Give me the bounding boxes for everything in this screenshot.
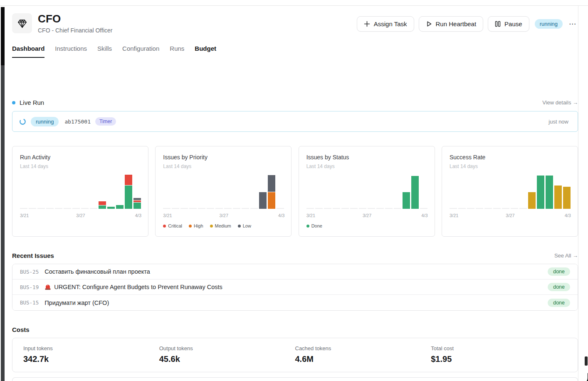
- empty-day-dash: [29, 208, 36, 209]
- issue-title-text: Придумати жарт (CFO): [44, 299, 109, 306]
- see-all-link[interactable]: See All →: [554, 252, 578, 259]
- tick-label: 4/3: [565, 213, 571, 218]
- empty-day-dash: [90, 208, 97, 209]
- chart-card-issues-by-status: Issues by StatusLast 14 days3/213/274/3D…: [299, 146, 435, 237]
- window-left-edge: [1, 7, 5, 381]
- chart-bar-day-9: [376, 208, 384, 209]
- live-run-card[interactable]: running ab175001 Timer just now: [12, 111, 578, 132]
- tab-configuration[interactable]: Configuration: [122, 45, 159, 58]
- live-run-heading: Live Run: [20, 99, 44, 106]
- tick-label: 4/3: [421, 213, 427, 218]
- empty-day-dash: [64, 208, 71, 209]
- tab-instructions[interactable]: Instructions: [55, 45, 87, 58]
- empty-day-dash: [20, 208, 27, 209]
- run-time: just now: [548, 119, 568, 125]
- plus-icon: [364, 21, 370, 27]
- chart-bar-day-11: [250, 208, 258, 209]
- chart-title: Run Activity: [20, 154, 141, 161]
- empty-day-dash: [224, 208, 232, 209]
- empty-day-dash: [359, 208, 366, 209]
- chart-bar-day-13: [125, 175, 132, 209]
- run-heartbeat-button[interactable]: Run Heartbeat: [419, 16, 484, 32]
- run-status-badge: running: [31, 117, 59, 126]
- chart-x-ticks: 3/213/274/3: [20, 213, 141, 218]
- chart-bar-day-4: [476, 208, 483, 209]
- tab-dashboard[interactable]: Dashboard: [12, 45, 44, 58]
- chart-bar-day-3: [467, 208, 474, 209]
- window-top-edge: [0, 3, 588, 6]
- chart-bar-day-3: [180, 208, 188, 209]
- bar-segment-yellow: [528, 192, 536, 209]
- cost-metric-cached-tokens: Cached tokens4.6M: [295, 345, 431, 364]
- empty-day-dash: [72, 208, 80, 209]
- issue-row-bus-25[interactable]: BUS-25Составить финансовый план проектаd…: [12, 264, 578, 280]
- chart-bar-day-9: [90, 208, 97, 209]
- pause-button[interactable]: Pause: [488, 16, 529, 32]
- more-menu-button[interactable]: ⋯: [567, 20, 578, 28]
- bar-segment-green: [546, 176, 553, 209]
- chart-bar-day-6: [350, 208, 358, 209]
- chart-bar-day-11: [537, 176, 544, 209]
- bar-segment-slate: [259, 192, 267, 209]
- bar-segment-slate: [268, 175, 275, 192]
- scrollbar-thumb[interactable]: [585, 356, 588, 366]
- chart-bar-day-9: [233, 208, 240, 209]
- tick-label: 3/27: [363, 213, 371, 218]
- tab-budget[interactable]: Budget: [195, 45, 216, 58]
- empty-day-dash: [368, 208, 375, 209]
- content-right-border: [578, 6, 578, 381]
- chart-bar-day-6: [207, 208, 214, 209]
- costs-section-head: Costs: [12, 326, 578, 333]
- empty-day-dash: [385, 208, 393, 209]
- pause-icon: [495, 21, 501, 27]
- page-subtitle: CFO - Chief Financial Officer: [38, 27, 112, 34]
- chart-bar-day-10: [385, 208, 393, 209]
- agent-status-badge: running: [535, 19, 563, 29]
- empty-day-dash: [450, 208, 457, 209]
- empty-day-dash: [233, 208, 240, 209]
- chart-bar-day-5: [341, 208, 349, 209]
- tab-skills[interactable]: Skills: [97, 45, 112, 58]
- chart-bar-day-2: [458, 208, 466, 209]
- chart-title: Issues by Priority: [163, 154, 284, 161]
- tick-label: 3/21: [163, 213, 172, 218]
- legend-medium: Medium: [210, 223, 231, 228]
- chart-bar-day-11: [394, 208, 401, 209]
- legend-label: Low: [243, 223, 251, 228]
- empty-day-dash: [458, 208, 466, 209]
- tick-label: 3/21: [450, 213, 458, 218]
- bar-segment-green: [125, 186, 132, 209]
- play-icon: [426, 21, 432, 27]
- chart-bar-day-13: [554, 186, 562, 209]
- issue-row-bus-15[interactable]: BUS-15Придумати жарт (CFO)done: [12, 295, 578, 310]
- tab-runs[interactable]: Runs: [170, 45, 184, 58]
- empty-day-dash: [277, 208, 284, 209]
- chart-bar-day-7: [72, 208, 80, 209]
- chart-legend: CriticalHighMediumLow: [163, 223, 284, 228]
- empty-day-dash: [189, 208, 197, 209]
- chart-bar-day-3: [324, 208, 331, 209]
- view-details-link[interactable]: View details →: [542, 99, 578, 106]
- chart-bar-day-7: [502, 208, 509, 209]
- chart-legend: Done: [306, 223, 428, 228]
- chart-bar-day-13: [268, 175, 275, 209]
- legend-label: Medium: [215, 223, 231, 228]
- empty-day-dash: [172, 208, 179, 209]
- chart-card-issues-by-priority: Issues by PriorityLast 14 days3/213/274/…: [155, 146, 292, 237]
- issue-title: Придумати жарт (CFO): [44, 299, 542, 306]
- bar-segment-orange: [268, 192, 275, 209]
- header-actions: Assign TaskRun HeartbeatPauserunning⋯: [357, 12, 578, 32]
- chart-bar-day-2: [29, 208, 36, 209]
- issue-title-text: Составить финансовый план проекта: [44, 268, 150, 275]
- tick-label: 3/27: [220, 213, 228, 218]
- issue-key: BUS-19: [20, 284, 39, 290]
- issue-row-bus-19[interactable]: BUS-19URGENT: Configure Agent Budgets to…: [12, 280, 578, 295]
- legend-done: Done: [306, 223, 322, 228]
- chart-bar-day-5: [198, 208, 205, 209]
- chart-bar-day-7: [359, 208, 366, 209]
- agent-header: CFO CFO - Chief Financial Officer Assign…: [12, 3, 578, 34]
- chart-subtitle: Last 14 days: [306, 163, 428, 169]
- bar-segment-green: [411, 176, 419, 209]
- assign-task-button[interactable]: Assign Task: [357, 16, 414, 32]
- tick-label: 3/21: [20, 213, 29, 218]
